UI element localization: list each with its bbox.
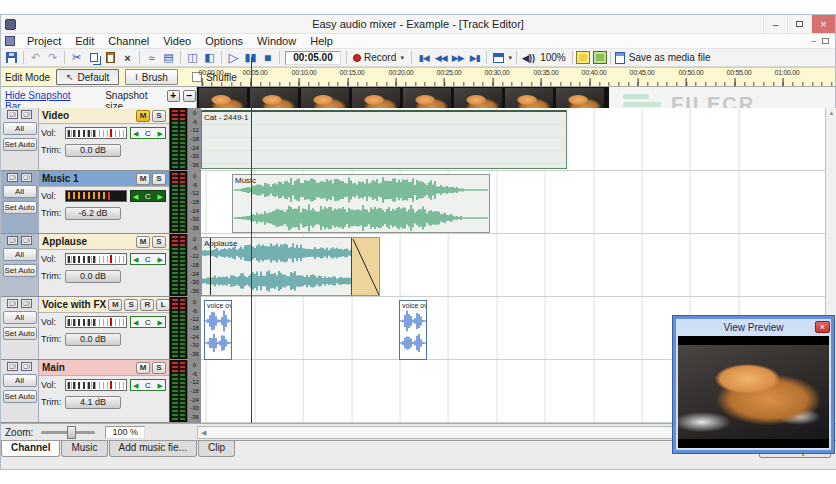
output-icon[interactable]: ◻) [7, 299, 18, 308]
menu-edit[interactable]: Edit [68, 35, 101, 47]
mute-button[interactable]: M [108, 299, 122, 311]
timeline-ruler[interactable]: 00:00.00 00:05.00 00:10.00 00:15.00 00:2… [197, 68, 836, 86]
video-clip[interactable]: Cat - 2449-1 [201, 110, 567, 169]
solo-button[interactable]: S [152, 236, 166, 248]
brush-tool-button[interactable]: I Brush [125, 69, 178, 85]
monitor-icon[interactable]: ◻) [21, 236, 32, 245]
all-button[interactable]: All [3, 122, 37, 135]
redo-button[interactable]: ↷ [44, 50, 61, 66]
menu-project[interactable]: Project [20, 35, 68, 47]
snapshot-size-plus-button[interactable]: + [167, 90, 180, 102]
scroll-left-icon[interactable]: ◀ [198, 429, 209, 437]
window-list-dropdown-icon[interactable]: ▼ [507, 55, 513, 61]
cut-button[interactable]: ✂ [68, 50, 85, 66]
save-media-button[interactable]: Save as media file [614, 50, 712, 66]
envelope-button[interactable]: ≈ [143, 50, 160, 66]
music-clip[interactable]: Music [232, 174, 490, 233]
join-button[interactable]: ◧ [201, 50, 218, 66]
solo-button[interactable]: S [152, 110, 166, 122]
solo-button[interactable]: S [152, 173, 166, 185]
snapshot-panel-toggle-icon[interactable] [576, 51, 590, 64]
snapshot-size-minus-button[interactable]: − [183, 90, 196, 102]
volume-slider[interactable] [65, 253, 127, 265]
split-button[interactable]: ◫ [184, 50, 201, 66]
monitor-icon[interactable]: ◻) [21, 173, 32, 182]
rec-button[interactable]: R [140, 299, 154, 311]
window-list-button[interactable] [490, 50, 507, 66]
menu-video[interactable]: Video [156, 35, 198, 47]
trim-button[interactable]: 0.0 dB [65, 333, 121, 346]
tab-add-music-file[interactable]: Add music fie... [109, 441, 197, 457]
go-start-button[interactable]: ▮◀ [415, 50, 432, 66]
output-icon[interactable]: ◻) [7, 236, 18, 245]
monitor-icon[interactable]: ◻) [21, 362, 32, 371]
pan-control[interactable]: ◀C▶ [130, 316, 166, 328]
trim-button[interactable]: 0.0 dB [65, 144, 121, 157]
voice-clip-1[interactable]: voice ov [204, 300, 232, 360]
all-button[interactable]: All [3, 248, 37, 261]
copy-button[interactable] [85, 50, 102, 66]
pan-right-icon[interactable]: ▶ [158, 193, 163, 200]
set-auto-button[interactable]: Set Auto [3, 390, 37, 403]
scroll-up-icon[interactable]: ▲ [829, 110, 835, 116]
record-dropdown-icon[interactable]: ▼ [399, 55, 405, 61]
set-auto-button[interactable]: Set Auto [3, 138, 37, 151]
trim-button[interactable]: 4.1 dB [65, 396, 121, 409]
set-auto-button[interactable]: Set Auto [3, 327, 37, 340]
pan-control[interactable]: ◀C▶ [130, 253, 166, 265]
menu-channel[interactable]: Channel [101, 35, 156, 47]
monitor-icon[interactable]: ◻) [21, 110, 32, 119]
child-restore-button[interactable] [822, 37, 829, 46]
menu-options[interactable]: Options [198, 35, 250, 47]
go-end-button[interactable]: ▶▮ [466, 50, 483, 66]
rewind-button[interactable]: ◀◀ [432, 50, 449, 66]
pan-right-icon[interactable]: ▶ [158, 319, 163, 326]
mute-button[interactable]: M [136, 362, 150, 374]
preview-panel-toggle-icon[interactable] [593, 51, 607, 64]
set-auto-button[interactable]: Set Auto [3, 264, 37, 277]
film-button[interactable]: ▤ [160, 50, 177, 66]
applause-clip[interactable]: Applause [201, 237, 380, 296]
pan-left-icon[interactable]: ◀ [133, 130, 138, 137]
preview-close-button[interactable]: × [815, 321, 830, 333]
save-button[interactable] [3, 50, 20, 66]
solo-button[interactable]: S [152, 362, 166, 374]
playhead[interactable] [251, 57, 252, 423]
tab-music[interactable]: Music [61, 441, 107, 457]
menu-window[interactable]: Window [250, 35, 303, 47]
all-button[interactable]: All [3, 374, 37, 387]
tab-channel[interactable]: Channel [1, 441, 60, 457]
pan-control[interactable]: ◀C▶ [130, 379, 166, 391]
all-button[interactable]: All [3, 185, 37, 198]
monitor-icon[interactable]: ◻) [21, 299, 32, 308]
mute-button[interactable]: M [136, 173, 150, 185]
output-icon[interactable]: ◻) [7, 110, 18, 119]
pan-control[interactable]: ◀C▶ [130, 127, 166, 139]
voice-clip-2[interactable]: voice ov [399, 300, 427, 360]
preview-title-bar[interactable]: View Preview × [676, 319, 831, 336]
output-icon[interactable]: ◻) [7, 362, 18, 371]
zoom-slider[interactable] [41, 431, 95, 434]
forward-button[interactable]: ▶▶ [449, 50, 466, 66]
solo-button[interactable]: S [124, 299, 138, 311]
mute-button[interactable]: M [136, 236, 150, 248]
speaker-icon[interactable]: ◀)) [520, 50, 537, 66]
tab-clip[interactable]: Clip [198, 441, 235, 457]
child-minimize-button[interactable]: – [811, 37, 816, 46]
pan-left-icon[interactable]: ◀ [133, 319, 138, 326]
pan-left-icon[interactable]: ◀ [133, 193, 138, 200]
default-tool-button[interactable]: ↖ Default [56, 69, 119, 85]
trim-button[interactable]: 0.0 dB [65, 270, 121, 283]
undo-button[interactable]: ↶ [27, 50, 44, 66]
set-auto-button[interactable]: Set Auto [3, 201, 37, 214]
volume-slider[interactable] [65, 379, 127, 391]
paste-button[interactable] [102, 50, 119, 66]
trim-button[interactable]: -6.2 dB [65, 207, 121, 220]
output-icon[interactable]: ◻) [7, 173, 18, 182]
volume-slider[interactable] [65, 190, 127, 202]
menu-help[interactable]: Help [303, 35, 340, 47]
pan-control[interactable]: ◀C▶ [130, 190, 166, 202]
view-preview-window[interactable]: View Preview × [673, 316, 834, 453]
volume-slider[interactable] [65, 127, 127, 139]
all-button[interactable]: All [3, 311, 37, 324]
